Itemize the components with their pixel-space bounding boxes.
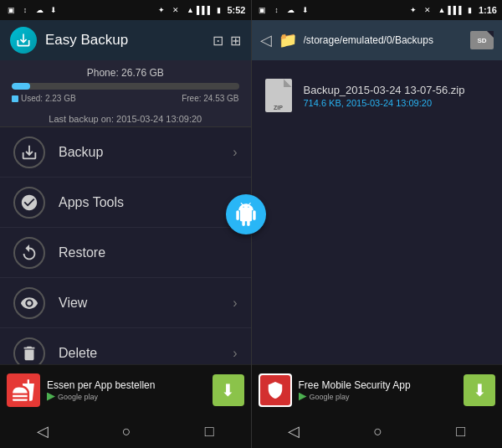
- zip-label: ZIP: [274, 105, 283, 111]
- right-notification-icon: ▣: [257, 4, 269, 16]
- delete-menu-icon: [20, 344, 38, 363]
- left-nav-back[interactable]: ◁: [23, 419, 62, 444]
- path-text: /storage/emulated/0/Backups: [304, 34, 464, 46]
- right-battery-icon: ▮: [464, 4, 476, 16]
- left-ad-download-button[interactable]: ⬇: [213, 374, 244, 406]
- storage-section: Phone: 26.76 GB Used: 2.23 GB Free: 24.5…: [0, 60, 251, 110]
- backup-icon-circle: [13, 136, 45, 168]
- menu-item-delete[interactable]: Delete ›: [0, 328, 251, 364]
- view-chevron: ›: [233, 296, 237, 311]
- bluetooth-icon: ✦: [156, 4, 167, 16]
- left-status-right: ✦ ✕ ▲ ▌▌▌ ▮ 5:52: [156, 4, 245, 16]
- left-panel: ▣ ↕ ☁ ⬇ ✦ ✕ ▲ ▌▌▌ ▮ 5:52 Easy Backup ⊡ ⊞…: [0, 0, 251, 448]
- cloud-icon: ☁: [33, 4, 45, 16]
- restore-label: Restore: [59, 245, 238, 260]
- right-ad-text: Free Mobile Security App Google play: [299, 379, 458, 401]
- menu-item-restore[interactable]: Restore: [0, 228, 251, 278]
- right-signal-icon: ▌▌▌: [450, 4, 462, 16]
- left-nav-recent[interactable]: □: [192, 420, 228, 444]
- storage-details: Used: 2.23 GB Free: 24.53 GB: [12, 94, 239, 103]
- security-icon: [266, 381, 284, 399]
- left-nav-home[interactable]: ○: [109, 420, 145, 444]
- delete-icon-circle: [13, 337, 45, 365]
- left-ad-sub-text: Google play: [58, 393, 98, 401]
- right-ad-download-button[interactable]: ⬇: [464, 374, 495, 406]
- app-header: Easy Backup ⊡ ⊞: [0, 20, 251, 60]
- sd-label: SD: [477, 37, 486, 44]
- google-play-icon-right: [299, 393, 307, 401]
- sync-icon: ↕: [19, 4, 31, 16]
- file-nav-back-icon[interactable]: ◁: [260, 31, 272, 49]
- download-status-icon: ⬇: [48, 4, 59, 16]
- backup-menu-icon: [20, 143, 38, 162]
- signal-icon-left: ▌▌▌: [198, 4, 210, 16]
- delete-chevron: ›: [233, 346, 237, 361]
- storage-progress-container: [12, 83, 239, 90]
- menu-list: Backup › Apps Tools › Restore: [0, 127, 251, 364]
- left-nav-bar: ◁ ○ □: [0, 415, 251, 448]
- backup-label: Backup: [59, 145, 233, 160]
- right-nav-recent[interactable]: □: [443, 420, 479, 444]
- left-ad-icon: [7, 373, 40, 407]
- view-icon-circle: [13, 287, 45, 319]
- right-ad-title: Free Mobile Security App: [299, 379, 458, 391]
- right-cloud-icon: ☁: [285, 4, 297, 16]
- right-ad-sub: Google play: [299, 393, 458, 401]
- app-logo: [10, 27, 37, 54]
- storage-title: Phone: 26.76 GB: [12, 67, 239, 79]
- right-ad-banner[interactable]: Free Mobile Security App Google play ⬇: [252, 364, 503, 415]
- file-item[interactable]: ZIP Backup_2015-03-24 13-07-56.zip 714.6…: [264, 69, 491, 122]
- file-info: Backup_2015-03-24 13-07-56.zip 714.6 KB,…: [304, 84, 491, 108]
- header-icons: ⊡ ⊞: [213, 33, 241, 49]
- google-play-icon-left: [47, 393, 55, 401]
- last-backup: Last backup on: 2015-03-24 13:09:20: [0, 110, 251, 127]
- adjust-icon[interactable]: ⊞: [230, 33, 241, 49]
- used-text: Used: 2.23 GB: [21, 94, 76, 103]
- right-nav-home[interactable]: ○: [360, 420, 396, 444]
- right-download-icon: ⬇: [473, 380, 487, 400]
- left-ad-text: Essen per App bestellen Google play: [47, 379, 206, 401]
- sd-notch: [487, 31, 494, 38]
- android-fab-icon: [234, 203, 258, 226]
- menu-item-view[interactable]: View ›: [0, 278, 251, 328]
- bullguard-icon: [260, 375, 290, 405]
- right-ad-sub-text: Google play: [310, 393, 350, 401]
- left-ad-sub: Google play: [47, 393, 206, 401]
- left-status-bar: ▣ ↕ ☁ ⬇ ✦ ✕ ▲ ▌▌▌ ▮ 5:52: [0, 0, 251, 20]
- file-meta: 714.6 KB, 2015-03-24 13:09:20: [304, 98, 491, 108]
- view-label: View: [59, 296, 233, 311]
- apps-tools-menu-icon: [20, 193, 38, 212]
- menu-item-backup[interactable]: Backup ›: [0, 127, 251, 178]
- app-title: Easy Backup: [45, 32, 204, 49]
- right-no-sim-icon: ✕: [422, 4, 433, 16]
- wifi-icon-left: ▲: [184, 4, 196, 16]
- file-list: ZIP Backup_2015-03-24 13-07-56.zip 714.6…: [252, 60, 503, 364]
- apps-tools-label: Apps Tools: [59, 195, 233, 210]
- left-ad-title: Essen per App bestellen: [47, 379, 206, 391]
- right-sync-icon: ↕: [271, 4, 283, 16]
- box-icon[interactable]: ⊡: [213, 33, 223, 49]
- right-status-right: ✦ ✕ ▲ ▌▌▌ ▮ 1:16: [407, 4, 497, 16]
- zip-file-icon: ZIP: [265, 79, 292, 112]
- used-dot: [12, 95, 18, 102]
- menu-item-apps-tools[interactable]: Apps Tools ›: [0, 178, 251, 228]
- view-menu-icon: [20, 294, 38, 312]
- right-wifi-icon: ▲: [436, 4, 448, 16]
- zip-file-icon-area: ZIP: [264, 77, 294, 114]
- restore-menu-icon: [20, 244, 38, 262]
- fab-android-button[interactable]: [226, 194, 266, 234]
- right-panel: ▣ ↕ ☁ ⬇ ✦ ✕ ▲ ▌▌▌ ▮ 1:16 ◁ 📁 /storage/em…: [252, 0, 503, 448]
- left-download-icon: ⬇: [221, 380, 235, 400]
- right-status-icons: ▣ ↕ ☁ ⬇: [257, 4, 311, 16]
- right-download-icon: ⬇: [300, 4, 311, 16]
- backup-chevron: ›: [233, 145, 237, 160]
- file-name: Backup_2015-03-24 13-07-56.zip: [304, 84, 491, 96]
- sd-card-icon[interactable]: SD: [470, 31, 494, 49]
- backup-logo-icon: [15, 32, 32, 49]
- right-bluetooth-icon: ✦: [407, 4, 419, 16]
- no-sim-icon: ✕: [170, 4, 182, 16]
- folder-icon: 📁: [279, 31, 297, 49]
- right-status-bar: ▣ ↕ ☁ ⬇ ✦ ✕ ▲ ▌▌▌ ▮ 1:16: [252, 0, 503, 20]
- right-nav-back[interactable]: ◁: [274, 419, 313, 444]
- left-ad-banner[interactable]: Essen per App bestellen Google play ⬇: [0, 364, 251, 415]
